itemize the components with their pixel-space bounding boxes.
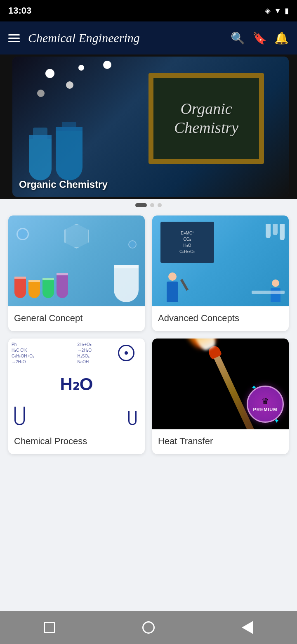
- card-label-advanced: Advanced Concepts: [152, 306, 289, 331]
- crown-icon: ♛: [262, 396, 269, 406]
- card-image-heat: ✦ ♛ PREMIUM ✦: [152, 339, 289, 429]
- lab-equipment: [266, 224, 285, 240]
- premium-badge: ✦ ♛ PREMIUM ✦: [247, 386, 284, 423]
- sparkle-icon-2: ✦: [274, 417, 279, 425]
- doodle-flask-1: [14, 407, 25, 425]
- person-body-2: [271, 288, 280, 302]
- card-advanced-concepts[interactable]: E=MC²CO₂H₂OC₆H₁₂O₆: [152, 215, 289, 331]
- dot-3[interactable]: [158, 203, 162, 207]
- card-general-concept[interactable]: General Concept: [8, 215, 145, 331]
- circle-icon: [142, 621, 155, 634]
- hero-card-organic[interactable]: Organic Chemistry Organic Chemistry: [12, 57, 289, 197]
- formula-text: E=MC²CO₂H₂OC₆H₁₂O₆: [178, 228, 197, 256]
- test-tube-2: [273, 224, 278, 235]
- square-icon: [44, 622, 55, 633]
- formula-board: E=MC²CO₂H₂OC₆H₁₂O₆: [160, 222, 214, 263]
- heat-transfer-bg: ✦ ♛ PREMIUM ✦: [152, 339, 289, 429]
- doodle-flask-2: [128, 411, 137, 425]
- dot-2[interactable]: [150, 203, 154, 207]
- h2o-text: H₂O: [60, 374, 93, 394]
- nav-recent-button[interactable]: [237, 617, 258, 638]
- flask-group: [29, 127, 82, 180]
- flask-row: [14, 273, 68, 298]
- flask-red: [14, 277, 26, 298]
- blackboard: Organic Chemistry: [148, 73, 264, 164]
- flask-tall: [29, 135, 52, 180]
- mol-circle: [128, 240, 137, 249]
- hero-background: Organic Chemistry: [12, 57, 289, 197]
- molecule-node: [37, 90, 45, 97]
- person-head: [168, 272, 177, 281]
- status-time: 13:03: [8, 5, 31, 16]
- dot-1[interactable]: [135, 203, 147, 207]
- person-figure: [167, 272, 178, 302]
- advanced-concepts-bg: E=MC²CO₂H₂OC₆H₁₂O₆: [152, 215, 289, 306]
- card-image-advanced: E=MC²CO₂H₂OC₆H₁₂O₆: [152, 215, 289, 306]
- search-icon[interactable]: 🔍: [231, 31, 245, 45]
- card-image-general: [8, 215, 145, 306]
- general-concept-bg: [8, 215, 145, 306]
- blackboard-text: Organic Chemistry: [174, 99, 238, 137]
- card-image-chemical: PhH₃C O'KC₆H₅OH+O₂→2H₂O 2H₂+O₂→2H₂OH₂SO₄…: [8, 339, 145, 429]
- premium-label: PREMIUM: [253, 407, 278, 412]
- hamburger-menu[interactable]: [8, 34, 20, 42]
- signal-icon: ◈: [265, 6, 271, 15]
- chemical-process-bg: PhH₃C O'KC₆H₅OH+O₂→2H₂O 2H₂+O₂→2H₂OH₂SO₄…: [8, 339, 145, 429]
- person-body: [167, 282, 178, 302]
- card-label-chemical: Chemical Process: [8, 429, 145, 454]
- atom-doodle: [118, 345, 134, 361]
- card-grid-section: General Concept E=MC²CO₂H₂OC₆H₁₂O₆: [0, 211, 297, 462]
- molecule-node: [78, 65, 84, 71]
- pointer: [180, 279, 189, 291]
- status-bar: 13:03 ◈ ▼ ▮: [0, 0, 297, 21]
- card-label-general: General Concept: [8, 306, 145, 331]
- test-tube-3: [280, 224, 285, 240]
- header-left: Chemical Engineering: [8, 31, 140, 45]
- mol-circle: [16, 228, 29, 240]
- wifi-icon: ▼: [274, 7, 281, 15]
- desk: [252, 291, 285, 294]
- battery-icon: ▮: [285, 6, 289, 15]
- bottom-nav: [0, 611, 297, 644]
- hero-title: Organic Chemistry: [19, 179, 108, 190]
- test-tube-1: [266, 224, 271, 238]
- card-heat-transfer[interactable]: ✦ ♛ PREMIUM ✦ Heat Transfer: [152, 339, 289, 454]
- flask-purple: [57, 273, 68, 298]
- flask-green: [42, 278, 54, 298]
- person-head-2: [272, 279, 279, 287]
- header: Chemical Engineering 🔍 🔖 🔔: [0, 21, 297, 54]
- hex-decoration: [64, 224, 89, 249]
- card-label-heat: Heat Transfer: [152, 429, 289, 454]
- header-actions: 🔍 🔖 🔔: [231, 31, 289, 45]
- app-title: Chemical Engineering: [28, 31, 140, 45]
- molecule-node: [45, 69, 54, 78]
- triangle-icon: [242, 621, 253, 634]
- card-grid: General Concept E=MC²CO₂H₂OC₆H₁₂O₆: [8, 215, 289, 454]
- sparkle-icon: ✦: [251, 384, 257, 391]
- flask-orange: [28, 280, 40, 298]
- card-chemical-process[interactable]: PhH₃C O'KC₆H₅OH+O₂→2H₂O 2H₂+O₂→2H₂OH₂SO₄…: [8, 339, 145, 454]
- flask-big: [114, 265, 139, 302]
- flask-wide: [56, 127, 82, 180]
- carousel-dots: [0, 199, 297, 211]
- hero-carousel: Organic Chemistry Organic Chemistry: [0, 54, 297, 199]
- bookmark-icon[interactable]: 🔖: [252, 31, 267, 45]
- molecule-node: [66, 81, 73, 89]
- molecule-node: [103, 61, 111, 69]
- nav-home-button[interactable]: [138, 617, 159, 638]
- notification-icon[interactable]: 🔔: [274, 31, 289, 45]
- status-icons: ◈ ▼ ▮: [265, 6, 289, 15]
- match-stick: [211, 350, 255, 429]
- nav-back-button[interactable]: [39, 617, 60, 638]
